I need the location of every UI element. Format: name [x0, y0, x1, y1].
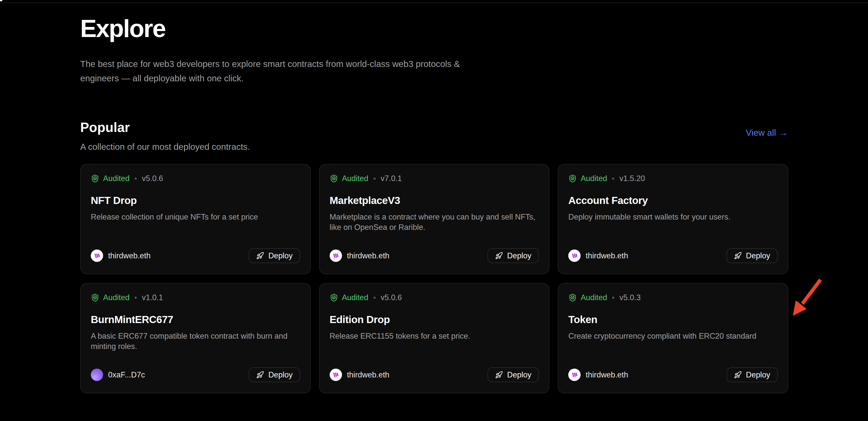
- card-top: Audited v5.0.6 Edition Drop Release ERC1…: [330, 293, 539, 341]
- contract-card[interactable]: Audited v5.0.6 Edition Drop Release ERC1…: [319, 283, 550, 393]
- badge-row: Audited v1.0.1: [91, 293, 300, 302]
- thirdweb-logo-icon: [330, 369, 342, 381]
- contract-description: Marketplace is a contract where you can …: [330, 212, 539, 233]
- contract-description: Release ERC1155 tokens for a set price.: [330, 331, 539, 341]
- publisher-name: thirdweb.eth: [586, 251, 628, 260]
- badge-row: Audited v5.0.3: [568, 293, 778, 302]
- badge-row: Audited v1.5.20: [568, 174, 778, 183]
- shield-check-icon: [568, 293, 577, 302]
- card-top: Audited v5.0.3 Token Create cryptocurren…: [568, 293, 778, 341]
- contract-card[interactable]: Audited v5.0.6 NFT Drop Release collecti…: [80, 164, 311, 274]
- thirdweb-logo-icon: [568, 250, 581, 262]
- contract-card[interactable]: Audited v1.5.20 Account Factory Deploy i…: [558, 164, 788, 274]
- purple-avatar: [91, 369, 103, 381]
- badge-row: Audited v5.0.6: [330, 293, 539, 302]
- contract-card[interactable]: Audited v1.0.1 BurnMintERC677 A basic ER…: [80, 283, 311, 393]
- contract-version: v1.5.20: [619, 174, 645, 183]
- publisher-name: thirdweb.eth: [586, 370, 628, 380]
- deploy-label: Deploy: [268, 370, 293, 380]
- deploy-label: Deploy: [507, 370, 532, 380]
- deploy-label: Deploy: [507, 251, 532, 260]
- publisher-link[interactable]: thirdweb.eth: [330, 250, 390, 262]
- contract-title: MarketplaceV3: [330, 195, 539, 206]
- card-top: Audited v5.0.6 NFT Drop Release collecti…: [91, 174, 300, 222]
- arrow-right-icon: →: [779, 128, 788, 138]
- publisher-link[interactable]: thirdweb.eth: [91, 250, 151, 262]
- view-all-link[interactable]: View all →: [746, 128, 788, 138]
- publisher-name: 0xaF...D7c: [108, 370, 145, 380]
- card-footer: thirdweb.eth Deploy: [330, 248, 539, 263]
- page-title: Explore: [80, 16, 788, 41]
- audited-badge: Audited: [103, 293, 129, 302]
- dot-separator: [373, 297, 376, 299]
- card-footer: thirdweb.eth Deploy: [568, 367, 778, 382]
- thirdweb-logo-icon: [330, 250, 342, 262]
- rocket-icon: [495, 371, 503, 379]
- audited-badge: Audited: [581, 293, 607, 302]
- thirdweb-logo-icon: [91, 250, 103, 262]
- contract-description: Release collection of unique NFTs for a …: [91, 212, 300, 222]
- red-arrow-annotation: [786, 276, 827, 321]
- badge-row: Audited v5.0.6: [91, 174, 300, 183]
- deploy-button[interactable]: Deploy: [488, 248, 539, 263]
- publisher-link[interactable]: thirdweb.eth: [330, 369, 390, 381]
- card-footer: thirdweb.eth Deploy: [91, 248, 300, 263]
- audited-badge: Audited: [342, 174, 368, 183]
- dot-separator: [612, 297, 614, 299]
- contract-card[interactable]: Audited v5.0.3 Token Create cryptocurren…: [558, 283, 788, 393]
- publisher-link[interactable]: thirdweb.eth: [568, 250, 628, 262]
- deploy-button[interactable]: Deploy: [249, 248, 300, 263]
- deploy-label: Deploy: [746, 370, 770, 380]
- contract-cards-grid: Audited v5.0.6 NFT Drop Release collecti…: [80, 164, 788, 393]
- dot-separator: [134, 297, 137, 299]
- deploy-label: Deploy: [268, 251, 293, 260]
- dot-separator: [134, 177, 137, 180]
- publisher-link[interactable]: 0xaF...D7c: [91, 369, 145, 381]
- card-top: Audited v7.0.1 MarketplaceV3 Marketplace…: [330, 174, 539, 233]
- shield-check-icon: [568, 174, 577, 183]
- card-footer: thirdweb.eth Deploy: [568, 248, 778, 263]
- contract-version: v5.0.6: [142, 174, 163, 183]
- card-top: Audited v1.5.20 Account Factory Deploy i…: [568, 174, 778, 222]
- scrollbar-fragment: [0, 0, 2, 1]
- rocket-icon: [256, 252, 264, 260]
- audited-badge: Audited: [103, 174, 129, 183]
- audited-badge: Audited: [342, 293, 368, 302]
- contract-version: v5.0.6: [381, 293, 402, 302]
- contract-description: Deploy immutable smart wallets for your …: [568, 212, 778, 222]
- badge-row: Audited v7.0.1: [330, 174, 539, 183]
- publisher-name: thirdweb.eth: [108, 251, 151, 260]
- rocket-icon: [256, 371, 264, 379]
- contract-title: NFT Drop: [91, 195, 300, 206]
- deploy-button[interactable]: Deploy: [726, 248, 778, 263]
- contract-card[interactable]: Audited v7.0.1 MarketplaceV3 Marketplace…: [319, 164, 550, 274]
- card-footer: 0xaF...D7c Deploy: [91, 367, 300, 382]
- popular-section-title: Popular: [80, 120, 788, 135]
- deploy-button[interactable]: Deploy: [488, 367, 539, 382]
- contract-title: BurnMintERC677: [91, 314, 300, 326]
- contract-version: v1.0.1: [142, 293, 163, 302]
- explore-page: Explore The best place for web3 develope…: [80, 0, 788, 393]
- dot-separator: [373, 177, 376, 180]
- contract-title: Token: [568, 314, 778, 326]
- audited-badge: Audited: [581, 174, 607, 183]
- deploy-button[interactable]: Deploy: [726, 367, 778, 382]
- shield-check-icon: [330, 293, 338, 302]
- contract-version: v7.0.1: [381, 174, 402, 183]
- page-subtitle: The best place for web3 developers to ex…: [80, 57, 460, 85]
- card-top: Audited v1.0.1 BurnMintERC677 A basic ER…: [91, 293, 300, 352]
- view-all-label: View all: [746, 128, 776, 138]
- contract-description: A basic ERC677 compatible token contract…: [91, 331, 300, 352]
- publisher-name: thirdweb.eth: [347, 251, 390, 260]
- popular-section-subtitle: A collection of our most deployed contra…: [80, 142, 788, 152]
- rocket-icon: [734, 371, 742, 379]
- contract-title: Edition Drop: [330, 314, 539, 326]
- contract-version: v5.0.3: [619, 293, 641, 302]
- publisher-name: thirdweb.eth: [347, 370, 390, 380]
- card-footer: thirdweb.eth Deploy: [330, 367, 539, 382]
- deploy-button[interactable]: Deploy: [249, 367, 300, 382]
- shield-check-icon: [91, 174, 99, 183]
- shield-check-icon: [91, 293, 99, 302]
- contract-title: Account Factory: [568, 195, 778, 206]
- publisher-link[interactable]: thirdweb.eth: [568, 369, 628, 381]
